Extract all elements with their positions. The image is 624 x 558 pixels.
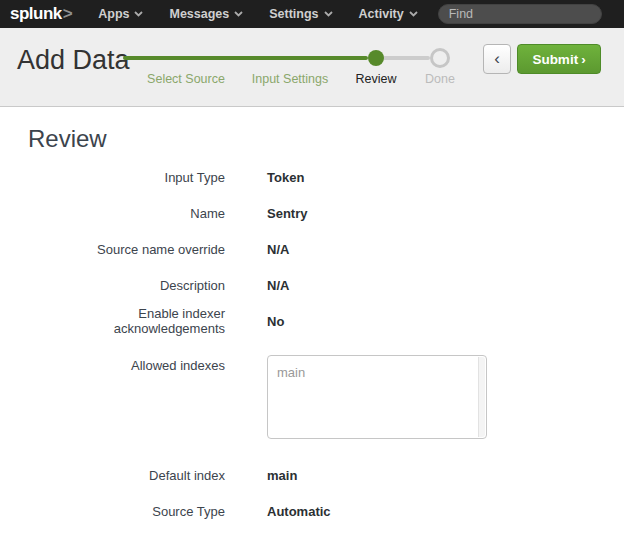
field-value: N/A <box>267 278 289 293</box>
splunk-logo-text: splunk <box>10 4 62 23</box>
field-label: Source Type <box>28 504 225 519</box>
review-row-default-index: Default index main <box>28 457 624 493</box>
allowed-indexes-value: main <box>277 365 305 380</box>
back-button[interactable]: ‹ <box>483 44 511 74</box>
field-label: Input Type <box>28 170 225 185</box>
chevron-down-icon <box>409 11 418 17</box>
chevron-down-icon <box>134 11 143 17</box>
nav-item-activity[interactable]: Activity <box>359 7 418 21</box>
review-row-allowed-indexes: Allowed indexes main <box>28 355 624 439</box>
step-label-input-settings: Input Settings <box>252 72 328 86</box>
review-row-name: Name Sentry <box>28 195 624 231</box>
splunk-logo-chevron-icon: > <box>63 4 72 23</box>
field-value: No <box>267 314 284 329</box>
wizard-header: Add Data Select Source Input Settings Re… <box>0 28 624 107</box>
review-row-input-type: Input Type Token <box>28 159 624 195</box>
submit-button[interactable]: Submit› <box>517 44 601 74</box>
stepper-remaining-track <box>376 56 430 60</box>
nav-item-settings[interactable]: Settings <box>269 7 332 21</box>
top-nav-bar: splunk> Apps Messages Settings Activity <box>0 0 624 28</box>
nav-item-messages-label: Messages <box>169 7 229 21</box>
chevron-left-icon: ‹ <box>494 49 500 68</box>
stepper-done-circle <box>430 48 450 68</box>
field-label: Description <box>28 278 225 293</box>
field-value: main <box>267 468 297 483</box>
nav-item-messages[interactable]: Messages <box>169 7 243 21</box>
nav-item-settings-label: Settings <box>269 7 318 21</box>
chevron-right-icon: › <box>581 52 586 67</box>
field-value: Sentry <box>267 206 307 221</box>
field-label: Source name override <box>28 242 225 257</box>
nav-item-activity-label: Activity <box>359 7 404 21</box>
review-heading: Review <box>28 125 624 153</box>
field-label: Allowed indexes <box>28 355 225 373</box>
stepper-current-dot <box>368 50 384 66</box>
review-row-source-type: Source Type Automatic <box>28 493 624 529</box>
step-label-done: Done <box>425 72 455 86</box>
field-label: Default index <box>28 468 225 483</box>
nav-item-apps[interactable]: Apps <box>98 7 143 21</box>
field-label: Enable indexer acknowledgements <box>28 306 225 336</box>
splunk-add-data-page: splunk> Apps Messages Settings Activity … <box>0 0 624 558</box>
field-value: N/A <box>267 242 289 257</box>
review-panel: Review Input Type Token Name Sentry Sour… <box>0 125 624 529</box>
review-row-description: Description N/A <box>28 267 624 303</box>
textarea-scrollbar[interactable] <box>478 357 485 437</box>
review-row-indexer-acknowledgements: Enable indexer acknowledgements No <box>28 303 624 339</box>
field-label: Name <box>28 206 225 221</box>
find-input[interactable] <box>438 4 602 24</box>
chevron-down-icon <box>324 11 333 17</box>
splunk-logo[interactable]: splunk> <box>10 4 72 24</box>
nav-item-apps-label: Apps <box>98 7 129 21</box>
step-label-select-source: Select Source <box>147 72 225 86</box>
chevron-down-icon <box>234 11 243 17</box>
stepper-progress-track <box>123 56 368 60</box>
field-value: Token <box>267 170 304 185</box>
step-label-review: Review <box>356 72 397 86</box>
field-value: Automatic <box>267 504 331 519</box>
submit-button-label: Submit <box>532 52 578 67</box>
allowed-indexes-textarea[interactable]: main <box>267 355 487 439</box>
review-row-source-name-override: Source name override N/A <box>28 231 624 267</box>
